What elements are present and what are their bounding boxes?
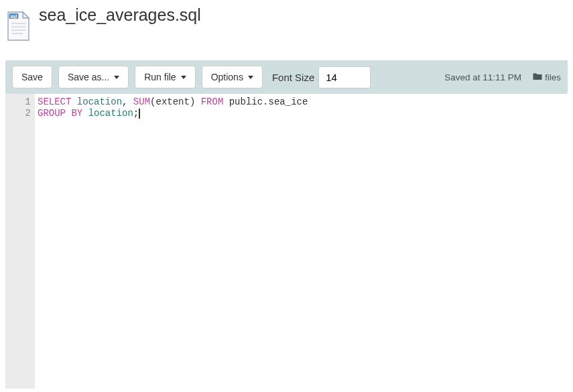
saved-status: Saved at 11:11 PM [444,72,521,82]
code-area[interactable]: SELECT location, SUM(extent) FROM public… [35,94,568,389]
save-button[interactable]: Save [12,66,52,88]
files-link[interactable]: files [533,72,561,82]
text-cursor [139,109,140,119]
code-token: FROM [201,96,224,107]
code-line[interactable]: GROUP BY location; [38,108,568,119]
code-token: location [77,96,122,107]
files-link-label: files [545,72,561,82]
code-token [71,96,76,107]
caret-down-icon [181,76,186,79]
code-token: , [122,96,133,107]
code-token: ; [133,108,139,119]
code-token: location [88,108,133,119]
svg-text:sql: sql [10,14,17,19]
code-line[interactable]: SELECT location, SUM(extent) FROM public… [38,96,568,108]
code-token [82,108,88,119]
code-token: SELECT [38,96,71,107]
code-token: BY [71,108,82,119]
save-as-button-label: Save as... [68,72,109,82]
options-button-label: Options [211,72,243,82]
gutter: 12 [5,94,35,389]
save-button-label: Save [21,72,43,82]
line-number: 1 [5,96,31,108]
caret-down-icon [248,76,253,79]
code-token: GROUP [38,108,66,119]
toolbar: Save Save as... Run file Options Font Si… [5,60,568,94]
options-button[interactable]: Options [202,66,263,88]
caret-down-icon [114,76,119,79]
font-size-input[interactable] [318,66,371,88]
sql-file-icon: sql [5,11,31,42]
code-token: (extent) [150,96,201,107]
page-title: sea_ice_averages.sql [39,5,201,25]
code-editor[interactable]: 12 SELECT location, SUM(extent) FROM pub… [5,94,568,389]
run-file-button[interactable]: Run file [135,66,195,88]
line-number: 2 [5,108,31,119]
folder-icon [533,72,542,82]
font-size-label: Font Size [272,72,314,83]
font-size-group: Font Size [272,66,371,88]
save-as-button[interactable]: Save as... [58,66,129,88]
header-bar: sql sea_ice_averages.sql [0,0,573,60]
code-token: SUM [133,96,150,107]
code-token: public.sea_ice [223,96,308,107]
run-file-button-label: Run file [144,72,176,82]
